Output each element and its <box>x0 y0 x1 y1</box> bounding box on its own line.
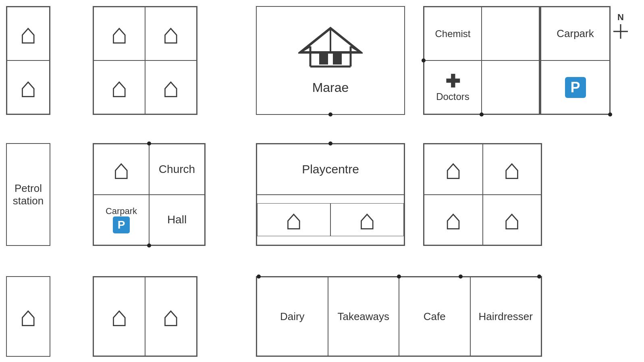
takeaways-label: Takeaways <box>337 310 389 323</box>
dairy-label: Dairy <box>280 310 305 323</box>
carpark-dot-right <box>608 112 612 117</box>
house-icon-br: ⌂ <box>162 71 179 104</box>
cafe-cell: Cafe <box>399 277 470 356</box>
playcentre-label: Playcentre <box>302 162 359 176</box>
hall-label: Hall <box>167 213 187 226</box>
marae-icon <box>298 26 363 79</box>
rm-house-tr: ⌂ <box>483 144 542 195</box>
playcentre-house-1: ⌂ <box>257 203 330 236</box>
cross-icon: ✚ <box>445 73 460 90</box>
shops-dot-4 <box>537 275 541 279</box>
north-label: N <box>617 12 624 23</box>
house-cell-tl: ⌂ <box>93 7 145 60</box>
shops-dot-2 <box>397 275 401 279</box>
church-label: Church <box>159 163 195 176</box>
svg-rect-5 <box>319 54 328 64</box>
chemist-topright-empty <box>482 7 539 60</box>
takeaways-cell: Takeaways <box>328 277 399 356</box>
hall-label-cell: Hall <box>149 195 205 245</box>
bottom-house-right: ⌂ <box>145 277 197 356</box>
rm-house-br: ⌂ <box>483 195 542 245</box>
house-icon-bl: ⌂ <box>111 71 128 104</box>
doctors-cell: ✚ Doctors <box>424 60 482 114</box>
map-container: N ⌂ ⌂ ⌂ ⌂ ⌂ ⌂ <box>0 0 644 362</box>
house-cell-2: ⌂ <box>7 60 50 114</box>
shops-bottom-block: Dairy Takeaways Cafe Hairdresser <box>256 276 542 357</box>
playcentre-dot-top <box>328 141 332 146</box>
house-icon-tl: ⌂ <box>111 18 128 50</box>
house-icon-1: ⌂ <box>20 18 37 50</box>
church-house-cell: ⌂ <box>93 144 149 195</box>
carpark-p-cell: P <box>541 60 610 114</box>
cafe-label: Cafe <box>424 310 446 323</box>
carpark-label-top: Carpark <box>557 27 594 40</box>
marae-block: Marae <box>256 6 405 115</box>
doctors-label: Doctors <box>436 91 469 102</box>
rm-house-icon-br: ⌂ <box>503 204 520 236</box>
rm-house-bl: ⌂ <box>424 195 483 245</box>
house-icon-tr: ⌂ <box>162 18 179 50</box>
house-icon-bottom-left: ⌂ <box>20 300 37 333</box>
svg-rect-6 <box>333 54 342 64</box>
church-label-cell: Church <box>149 144 205 195</box>
carpark-lower-label: Carpark <box>106 206 137 216</box>
house-cell-tr: ⌂ <box>145 7 197 60</box>
houses-right-mid: ⌂ ⌂ ⌂ ⌂ <box>423 143 542 246</box>
rm-house-icon-bl: ⌂ <box>445 204 462 236</box>
north-cross-icon <box>613 24 628 39</box>
playcentre-label-cell: Playcentre <box>257 144 404 195</box>
playcentre-house-icon-1: ⌂ <box>285 204 302 236</box>
rm-house-tl: ⌂ <box>424 144 483 195</box>
house-cell-1: ⌂ <box>7 7 50 60</box>
carpark-label-cell: Carpark <box>541 7 610 60</box>
north-arrow: N <box>613 12 628 39</box>
chemist-dot <box>422 58 426 62</box>
house-single-bottom-left: ⌂ <box>6 276 50 357</box>
church-dot-bottom <box>147 243 151 248</box>
house-cell-bl: ⌂ <box>93 60 145 114</box>
houses-2x2-top: ⌂ ⌂ ⌂ ⌂ <box>93 6 197 115</box>
chemist-label: Chemist <box>435 28 470 40</box>
house-icon-2: ⌂ <box>20 71 37 104</box>
playcentre-block: Playcentre ⌂ ⌂ <box>256 143 405 246</box>
houses-bottom-2: ⌂ ⌂ <box>93 276 197 357</box>
chemist-doctors-block: Chemist ✚ Doctors <box>423 6 540 115</box>
playcentre-house-icon-2: ⌂ <box>359 204 376 236</box>
carpark-top-block: Carpark P <box>540 6 611 115</box>
house-cell-br: ⌂ <box>145 60 197 114</box>
bottom-house-left: ⌂ <box>93 277 145 356</box>
rm-house-icon-tl: ⌂ <box>445 153 462 185</box>
parking-sign-top: P <box>565 77 586 98</box>
rm-house-icon-tr: ⌂ <box>503 153 520 185</box>
hairdresser-cell: Hairdresser <box>470 277 542 356</box>
church-hall-block: ⌂ Church Carpark P Hall <box>93 143 206 246</box>
marae-label: Marae <box>312 80 349 95</box>
church-dot-top <box>147 141 151 146</box>
doctors-bottomright-empty <box>482 60 539 114</box>
playcentre-houses-row: ⌂ ⌂ <box>257 195 404 245</box>
petrol-station-block: Petrol station <box>6 143 50 246</box>
parking-sign-lower: P <box>113 216 130 233</box>
petrol-station-label: Petrol station <box>7 144 50 245</box>
playcentre-house-2: ⌂ <box>330 203 404 236</box>
dairy-cell: Dairy <box>257 277 328 356</box>
bottom-house-icon-right: ⌂ <box>162 300 179 333</box>
church-house-icon: ⌂ <box>113 153 130 185</box>
shops-dot-1 <box>257 275 261 279</box>
bottom-house-icon-left: ⌂ <box>111 300 128 333</box>
hairdresser-label: Hairdresser <box>479 310 533 323</box>
house-single-top-left: ⌂ ⌂ <box>6 6 50 115</box>
carpark-lower-cell: Carpark P <box>93 195 149 245</box>
marae-dot-bottom <box>328 112 332 117</box>
doctors-dot-bottom <box>480 112 484 117</box>
chemist-cell: Chemist <box>424 7 482 60</box>
